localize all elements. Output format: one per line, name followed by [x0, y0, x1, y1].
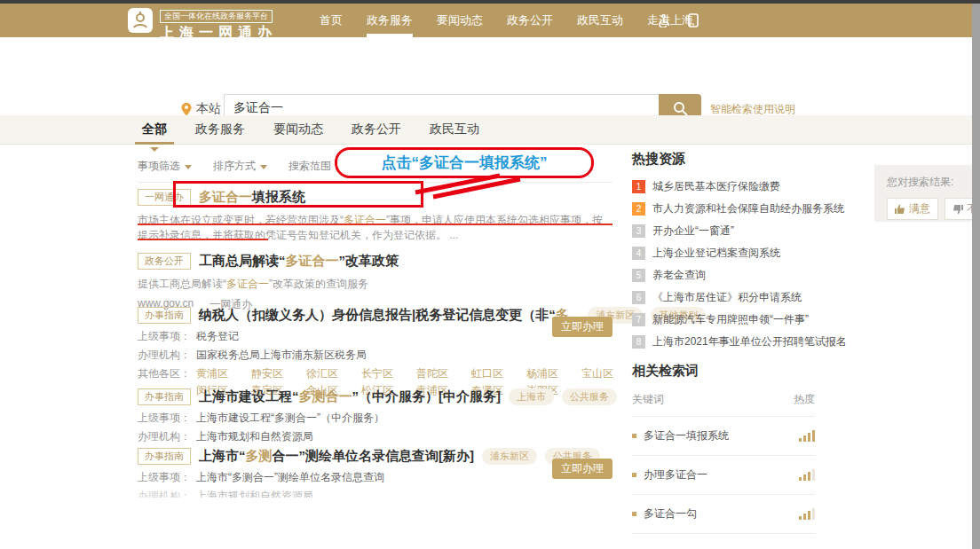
district-pill: 浦东新区 — [482, 448, 537, 465]
hot-resource-label: 养老金查询 — [652, 269, 706, 282]
annotation-underline — [138, 224, 612, 225]
district-link[interactable]: 黄浦区 — [196, 367, 251, 380]
chevron-down-icon — [185, 165, 192, 169]
annotation-highlight-box — [173, 181, 423, 208]
district-link[interactable]: 长宁区 — [361, 367, 416, 380]
hot-resource-label: 上海市2021年事业单位公开招聘笔试报名 — [652, 335, 847, 349]
rank-badge: 3 — [632, 224, 645, 238]
hot-resource-label: 新能源汽车专用牌照申领“一件事” — [652, 313, 809, 326]
category-pill: 公共服务 — [562, 388, 617, 405]
rank-badge: 4 — [632, 247, 645, 260]
feedback-dislike-button[interactable]: 不满意 — [944, 198, 973, 220]
hot-resource-item[interactable]: 1 城乡居民基本医疗保险缴费 — [632, 180, 815, 193]
hot-resource-label: 《上海市居住证》积分申请系统 — [652, 291, 802, 304]
accessibility-icon[interactable] — [657, 14, 670, 27]
nav-item-home[interactable]: 首页 — [320, 4, 343, 37]
rank-badge: 6 — [632, 291, 645, 304]
district-link[interactable]: 静安区 — [251, 367, 306, 380]
filter-item-category[interactable]: 事项筛选 — [138, 159, 192, 174]
nav-item-gov-services[interactable]: 政务服务 — [367, 4, 413, 37]
related-term-label: 多证合一勾 — [644, 506, 697, 522]
rank-badge: 1 — [632, 180, 645, 193]
handle-now-button[interactable]: 立即办理 — [552, 459, 612, 479]
title-rest: ”改革政策 — [339, 253, 399, 268]
result-tag[interactable]: 政务公开 — [138, 253, 191, 270]
tab-gov-disclosure[interactable]: 政务公开 — [352, 115, 401, 145]
result-category-tabs: 全部 政务服务 要闻动态 政务公开 政民互动 — [0, 115, 980, 145]
site-title: 上海一网通办 — [160, 24, 277, 43]
site-logo[interactable] — [128, 8, 153, 33]
search-icon — [673, 101, 688, 116]
parent-item-field: 上级事项： 税务登记 — [138, 330, 612, 343]
hot-resource-item[interactable]: 8 上海市2021年事业单位公开招聘笔试报名 — [632, 335, 815, 349]
result-item-policy-interpretation: 政务公开 工商总局解读“多证合一”改革政策 提供工商总局解读“多证合一”改革政策… — [138, 251, 612, 312]
rank-badge: 8 — [632, 335, 645, 349]
title-rest: 工商总局解读“ — [199, 253, 286, 268]
results-column: 事项筛选 排序方式 搜索范围 时间范围 一网通办 多证合一填报系统 市场主体在设… — [138, 0, 612, 549]
filter-label: 事项筛选 — [138, 159, 180, 174]
related-term-row[interactable]: 多证合一填报系统 — [632, 417, 815, 456]
tab-all[interactable]: 全部 — [142, 115, 167, 145]
parent-item-field: 上级事项： 上海市建设工程“多测合一”（中介服务） — [138, 412, 612, 425]
district-link[interactable]: 宝山区 — [581, 367, 636, 380]
related-terms-header: 关键词 热度 — [632, 392, 815, 417]
thumb-down-icon — [952, 204, 963, 215]
result-description: 提供工商总局解读“多证合一”改革政策的查询服务 — [138, 277, 612, 292]
title-highlight: 多测合一 — [299, 388, 352, 404]
feedback-like-button[interactable]: 满意 — [887, 198, 938, 220]
result-title-link[interactable]: 纳税人（扣缴义务人）身份信息报告|税务登记信息变更（非“多... — [199, 307, 580, 324]
related-term-row[interactable]: 多证合一勾 — [632, 495, 815, 534]
bullet-icon — [632, 512, 636, 516]
col-heat-label: 热度 — [794, 392, 815, 407]
tab-gov-services[interactable]: 政务服务 — [195, 115, 245, 145]
related-term-label: 办理多证合一 — [644, 467, 707, 482]
title-rest: 合一”测绘单位名录信息查询[新办] — [273, 448, 475, 463]
thumb-up-icon — [895, 204, 905, 215]
nav-item-gov-disclosure[interactable]: 政务公开 — [507, 4, 553, 37]
hot-resource-item[interactable]: 4 上海企业登记档案查阅系统 — [632, 247, 815, 260]
annotation-callout-text: 点击“多证合一填报系统” — [382, 153, 548, 173]
hot-resource-item[interactable]: 7 新能源汽车专用牌照申领“一件事” — [632, 313, 815, 326]
platform-badge: 全国一体化在线政务服务平台 — [160, 10, 273, 23]
hot-resources-title: 热搜资源 — [632, 151, 815, 168]
nav-item-news[interactable]: 要闻动态 — [437, 4, 483, 37]
district-link[interactable]: 杨浦区 — [526, 367, 581, 380]
bullet-icon — [632, 434, 636, 438]
result-tag[interactable]: 办事指南 — [138, 448, 191, 465]
district-link[interactable]: 虹口区 — [471, 367, 526, 380]
heat-bars-icon — [799, 430, 815, 442]
agency-field: 办理机构： 国家税务总局上海市浦东新区税务局 — [138, 349, 612, 362]
district-link[interactable]: 徐汇区 — [306, 367, 361, 380]
nav-item-interaction[interactable]: 政民互动 — [577, 4, 623, 37]
hot-resource-item[interactable]: 2 市人力资源和社会保障自助经办服务系统 — [632, 202, 815, 216]
annotation-arrow — [391, 171, 541, 207]
hot-resource-item[interactable]: 6 《上海市居住证》积分申请系统 — [632, 291, 815, 304]
mobile-icon[interactable] — [688, 13, 699, 27]
result-item-survey-directory: 办事指南 上海市“多测合一”测绘单位名录信息查询[新办] 浦东新区 公共服务 立… — [138, 446, 612, 498]
result-tag[interactable]: 办事指南 — [138, 307, 191, 324]
hot-resource-label: 城乡居民基本医疗保险缴费 — [652, 180, 780, 193]
title-highlight: 多证合一 — [286, 253, 339, 268]
district-link[interactable]: 普陀区 — [416, 367, 471, 380]
result-title-link[interactable]: 上海市建设工程“多测合一”（中介服务）[中介服务] — [199, 388, 501, 405]
title-highlight: 多测 — [246, 448, 273, 463]
chevron-down-icon — [260, 165, 267, 169]
hot-resource-label: 市人力资源和社会保障自助经办服务系统 — [652, 202, 844, 216]
hot-resource-item[interactable]: 3 开办企业“一窗通” — [632, 224, 815, 238]
site-brand: 全国一体化在线政务服务平台 上海一网通办 — [160, 6, 277, 43]
site-header: 全国一体化在线政务服务平台 上海一网通办 首页 政务服务 要闻动态 政务公开 政… — [0, 4, 980, 37]
related-term-row[interactable]: 办理多证合一 — [632, 456, 815, 495]
feedback-prompt: 您对搜索结果: — [887, 175, 973, 190]
tab-news[interactable]: 要闻动态 — [273, 115, 323, 145]
title-rest: 上海市建设工程“ — [199, 388, 299, 404]
hot-resource-item[interactable]: 5 养老金查询 — [632, 269, 815, 282]
handle-now-button[interactable]: 立即办理 — [552, 317, 612, 337]
filter-sort-order[interactable]: 排序方式 — [213, 159, 267, 174]
rank-badge: 7 — [632, 313, 645, 326]
result-tag[interactable]: 办事指南 — [138, 388, 191, 405]
related-terms-title: 相关检索词 — [632, 363, 815, 380]
tab-interaction[interactable]: 政民互动 — [430, 115, 479, 145]
result-title-link[interactable]: 上海市“多测合一”测绘单位名录信息查询[新办] — [199, 448, 474, 465]
result-title-link[interactable]: 工商总局解读“多证合一”改革政策 — [199, 253, 399, 270]
hot-resources-panel: 热搜资源 1 城乡居民基本医疗保险缴费 2 市人力资源和社会保障自助经办服务系统… — [632, 151, 815, 534]
